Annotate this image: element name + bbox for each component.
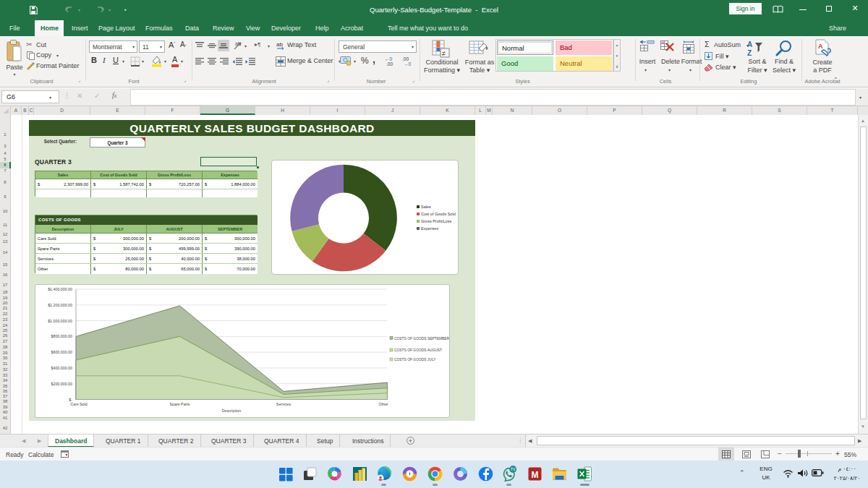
svg-text:Cars Sold: Cars Sold bbox=[70, 402, 87, 406]
svg-text:Description: Description bbox=[222, 408, 242, 413]
svg-text:Z: Z bbox=[747, 49, 752, 57]
svg-text:$1,000,000.00: $1,000,000.00 bbox=[48, 319, 72, 323]
svg-text:$800,000.00: $800,000.00 bbox=[51, 334, 73, 338]
svg-text:$400,000.00: $400,000.00 bbox=[51, 366, 73, 370]
svg-text:COSTS OF GOODS JULY: COSTS OF GOODS JULY bbox=[394, 358, 436, 361]
svg-text:TV: TV bbox=[511, 467, 516, 471]
svg-text:ab: ab bbox=[235, 41, 241, 46]
svg-text:Expenses: Expenses bbox=[421, 226, 438, 231]
svg-text:$1,400,000.00: $1,400,000.00 bbox=[48, 287, 72, 291]
svg-text:Spare Parts: Spare Parts bbox=[170, 402, 190, 406]
svg-text:A: A bbox=[818, 43, 823, 50]
svg-text:Services: Services bbox=[276, 402, 292, 406]
svg-text:≠: ≠ bbox=[442, 50, 446, 57]
svg-text:Cost of Goods Sold: Cost of Goods Sold bbox=[421, 212, 456, 216]
svg-text:Gross Profit/Loss: Gross Profit/Loss bbox=[421, 219, 451, 223]
svg-text:Other: Other bbox=[378, 402, 388, 406]
svg-text:$-: $- bbox=[69, 398, 72, 402]
svg-text:ab: ab bbox=[276, 41, 283, 48]
svg-text:COSTS OF GOODS SEPTEMBER: COSTS OF GOODS SEPTEMBER bbox=[394, 337, 449, 341]
svg-text:M: M bbox=[532, 470, 539, 480]
svg-text:$1,200,000.00: $1,200,000.00 bbox=[48, 303, 72, 307]
svg-text:COSTS OF GOODS AUGUST: COSTS OF GOODS AUGUST bbox=[394, 348, 442, 352]
svg-text:A: A bbox=[747, 40, 752, 48]
svg-text:$200,000.00: $200,000.00 bbox=[51, 382, 73, 386]
svg-text:Sales: Sales bbox=[421, 205, 431, 209]
svg-text:→0: →0 bbox=[404, 61, 412, 67]
svg-text:$600,000.00: $600,000.00 bbox=[51, 350, 73, 354]
svg-text:.00: .00 bbox=[386, 61, 393, 67]
